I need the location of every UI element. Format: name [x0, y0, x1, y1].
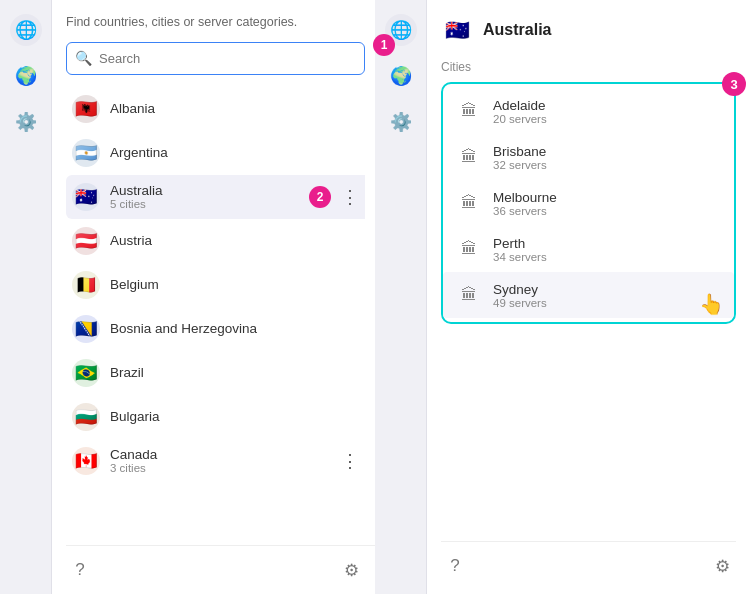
help-button-left[interactable]: ?: [66, 556, 94, 584]
city-servers-adelaide: 20 servers: [493, 113, 722, 125]
city-name-melbourne: Melbourne: [493, 190, 722, 205]
city-item-brisbane[interactable]: 🏛Brisbane32 servers: [443, 134, 734, 180]
country-info-argentina: Argentina: [110, 145, 365, 160]
country-list-area: 🇦🇱Albania🇦🇷Argentina🇦🇺Australia5 cities2…: [66, 87, 365, 542]
server-settings-icon[interactable]: ⚙️: [10, 106, 42, 138]
city-item-melbourne[interactable]: 🏛Melbourne36 servers: [443, 180, 734, 226]
tutorial-badge-1: 1: [373, 34, 395, 56]
country-info-brazil: Brazil: [110, 365, 365, 380]
cities-box: 3 🏛Adelaide20 servers🏛Brisbane32 servers…: [441, 82, 736, 324]
left-main: Find countries, cities or server categor…: [52, 0, 375, 594]
country-flag-large: 🇦🇺: [441, 14, 473, 46]
left-sidebar: 🌐 🌍 ⚙️: [0, 0, 52, 594]
cursor-pointer: 👆: [699, 292, 724, 316]
flag-austria: 🇦🇹: [72, 227, 100, 255]
city-servers-sydney: 49 servers: [493, 297, 722, 309]
city-info-sydney: Sydney49 servers: [493, 282, 722, 309]
country-name-albania: Albania: [110, 101, 365, 116]
search-input[interactable]: [66, 42, 365, 75]
city-building-icon-brisbane: 🏛: [455, 143, 483, 171]
country-name-belgium: Belgium: [110, 277, 365, 292]
cities-label: Cities: [441, 60, 736, 74]
flag-bulgaria: 🇧🇬: [72, 403, 100, 431]
right-sidebar: 🌐 🌍 ⚙️: [375, 0, 427, 594]
country-name-bulgaria: Bulgaria: [110, 409, 365, 424]
city-info-adelaide: Adelaide20 servers: [493, 98, 722, 125]
country-info-albania: Albania: [110, 101, 365, 116]
country-item-bosnia[interactable]: 🇧🇦Bosnia and Herzegovina: [66, 307, 365, 351]
city-info-brisbane: Brisbane32 servers: [493, 144, 722, 171]
flag-argentina: 🇦🇷: [72, 139, 100, 167]
flag-australia: 🇦🇺: [72, 183, 100, 211]
server-settings-icon-right[interactable]: ⚙️: [385, 106, 417, 138]
search-box-wrapper: 🔍 1: [66, 42, 365, 75]
settings-button-right[interactable]: ⚙: [708, 552, 736, 580]
country-title: Australia: [483, 21, 551, 39]
flag-albania: 🇦🇱: [72, 95, 100, 123]
city-building-icon-adelaide: 🏛: [455, 97, 483, 125]
more-options-australia[interactable]: ⋮: [337, 184, 365, 210]
city-item-perth[interactable]: 🏛Perth34 servers: [443, 226, 734, 272]
country-item-canada[interactable]: 🇨🇦Canada3 cities⋮: [66, 439, 365, 483]
country-name-austria: Austria: [110, 233, 365, 248]
left-bottom-bar: ? ⚙: [66, 545, 375, 584]
city-building-icon-sydney: 🏛: [455, 281, 483, 309]
country-item-austria[interactable]: 🇦🇹Austria: [66, 219, 365, 263]
country-header: 🇦🇺 Australia: [441, 14, 736, 46]
flag-brazil: 🇧🇷: [72, 359, 100, 387]
city-servers-melbourne: 36 servers: [493, 205, 722, 217]
right-panel: 🌐 🌍 ⚙️ 🇦🇺 Australia Cities 3 🏛Adelaide20…: [375, 0, 750, 594]
search-icon: 🔍: [75, 50, 92, 66]
country-info-bulgaria: Bulgaria: [110, 409, 365, 424]
city-name-adelaide: Adelaide: [493, 98, 722, 113]
city-servers-perth: 34 servers: [493, 251, 722, 263]
country-sub-canada: 3 cities: [110, 462, 337, 474]
city-name-perth: Perth: [493, 236, 722, 251]
city-item-sydney[interactable]: 🏛Sydney49 servers👆: [443, 272, 734, 318]
right-main: 🇦🇺 Australia Cities 3 🏛Adelaide20 server…: [427, 0, 750, 594]
country-info-australia: Australia5 cities: [110, 183, 309, 210]
settings-button-left[interactable]: ⚙: [337, 556, 365, 584]
right-bottom-bar: ? ⚙: [441, 541, 736, 580]
country-item-brazil[interactable]: 🇧🇷Brazil: [66, 351, 365, 395]
country-info-belgium: Belgium: [110, 277, 365, 292]
country-sub-australia: 5 cities: [110, 198, 309, 210]
city-item-adelaide[interactable]: 🏛Adelaide20 servers: [443, 88, 734, 134]
country-name-australia: Australia: [110, 183, 309, 198]
city-info-melbourne: Melbourne36 servers: [493, 190, 722, 217]
country-name-bosnia: Bosnia and Herzegovina: [110, 321, 365, 336]
help-button-right[interactable]: ?: [441, 552, 469, 580]
country-item-albania[interactable]: 🇦🇱Albania: [66, 87, 365, 131]
left-panel: 🌐 🌍 ⚙️ Find countries, cities or server …: [0, 0, 375, 594]
globe-alt-icon-right[interactable]: 🌍: [385, 60, 417, 92]
tutorial-badge-2: 2: [309, 186, 331, 208]
country-info-austria: Austria: [110, 233, 365, 248]
cities-list: 🏛Adelaide20 servers🏛Brisbane32 servers🏛M…: [443, 88, 734, 318]
city-name-brisbane: Brisbane: [493, 144, 722, 159]
country-item-belgium[interactable]: 🇧🇪Belgium: [66, 263, 365, 307]
flag-belgium: 🇧🇪: [72, 271, 100, 299]
more-options-canada[interactable]: ⋮: [337, 448, 365, 474]
country-item-australia[interactable]: 🇦🇺Australia5 cities2⋮: [66, 175, 365, 219]
country-name-brazil: Brazil: [110, 365, 365, 380]
country-item-bulgaria[interactable]: 🇧🇬Bulgaria: [66, 395, 365, 439]
country-name-argentina: Argentina: [110, 145, 365, 160]
globe-alt-icon[interactable]: 🌍: [10, 60, 42, 92]
city-building-icon-perth: 🏛: [455, 235, 483, 263]
country-item-argentina[interactable]: 🇦🇷Argentina: [66, 131, 365, 175]
globe-icon[interactable]: 🌐: [10, 14, 42, 46]
city-name-sydney: Sydney: [493, 282, 722, 297]
search-hint: Find countries, cities or server categor…: [66, 14, 365, 32]
country-info-canada: Canada3 cities: [110, 447, 337, 474]
country-list: 🇦🇱Albania🇦🇷Argentina🇦🇺Australia5 cities2…: [66, 87, 365, 483]
city-info-perth: Perth34 servers: [493, 236, 722, 263]
flag-canada: 🇨🇦: [72, 447, 100, 475]
city-servers-brisbane: 32 servers: [493, 159, 722, 171]
country-info-bosnia: Bosnia and Herzegovina: [110, 321, 365, 336]
flag-bosnia: 🇧🇦: [72, 315, 100, 343]
city-building-icon-melbourne: 🏛: [455, 189, 483, 217]
country-name-canada: Canada: [110, 447, 337, 462]
